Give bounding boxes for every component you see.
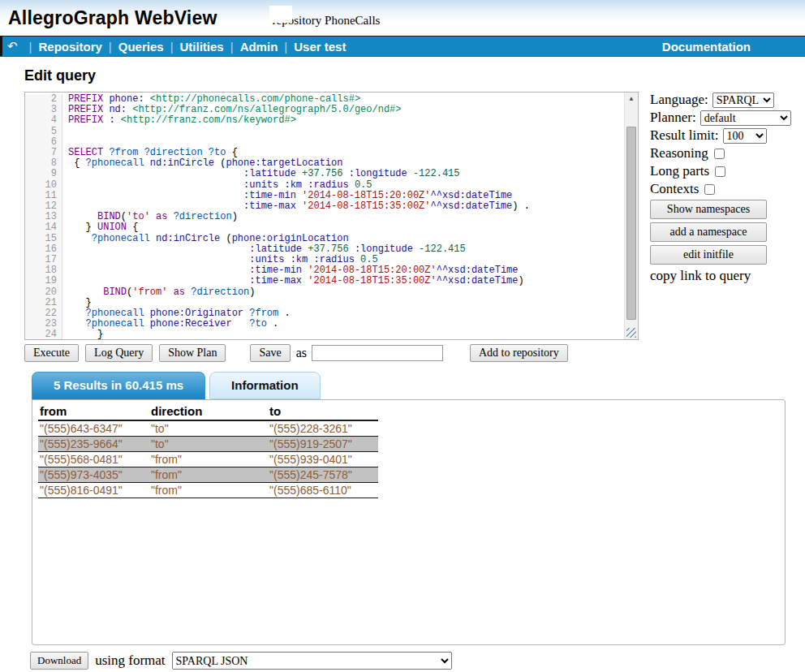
back-arrow-icon[interactable]: ↶ [7, 39, 18, 54]
nav-item-user-test[interactable]: User test [294, 40, 346, 54]
table-cell: "from" [149, 483, 268, 498]
scrollbar-thumb[interactable] [626, 127, 636, 320]
line-number: 21 [25, 298, 62, 308]
results-table: fromdirectionto "(555)643-6347""to""(555… [38, 403, 378, 498]
line-number: 19 [25, 276, 62, 286]
option-label-long-parts: Long parts [650, 163, 709, 179]
line-number: 17 [25, 255, 62, 265]
scrollbar-up-arrow-icon[interactable]: ▲ [625, 93, 638, 105]
editor-line: 5 [25, 127, 638, 137]
execute-button[interactable]: Execute [24, 344, 79, 362]
nav-separator: | [284, 40, 287, 54]
option-checkbox-long-parts[interactable] [715, 166, 725, 177]
show-namespaces-button[interactable]: Show namespaces [650, 200, 767, 219]
table-cell: "(555)973-4035" [38, 467, 149, 483]
app-header: AllegroGraph WebView repository PhoneCal… [0, 0, 805, 36]
planner-label: Planner: [650, 110, 696, 126]
line-number: 18 [25, 265, 62, 276]
nav-item-documentation[interactable]: Documentation [662, 40, 751, 54]
language-select[interactable]: SPARQL [712, 93, 774, 108]
line-number: 14 [25, 222, 62, 233]
query-actions: Execute Log Query Show Plan Save as Add … [24, 344, 639, 362]
download-button[interactable]: Download [30, 652, 88, 670]
format-select[interactable]: SPARQL JSON [172, 652, 452, 670]
result-limit-select[interactable]: 100 [723, 128, 767, 144]
query-editor[interactable]: 2PREFIX phone: <http://phonecalls.com/ph… [24, 92, 639, 340]
query-options-sidebar: Language: SPARQL Planner: default Result… [650, 92, 791, 362]
table-cell: "(555)245-7578" [268, 467, 378, 483]
line-number: 7 [25, 148, 62, 158]
result-limit-label: Result limit: [650, 127, 719, 144]
table-row: "(555)816-0491""from""(555)685-6110" [38, 483, 378, 498]
planner-select[interactable]: default [700, 110, 791, 126]
table-row: "(555)643-6347""to""(555)228-3261" [38, 420, 378, 437]
nav-item-utilities[interactable]: Utilities [180, 40, 224, 54]
nav-left-edge [0, 37, 2, 56]
option-checkbox-reasoning[interactable] [714, 149, 725, 159]
editor-line: 23 ?phonecall phone:Receiver ?to . [25, 319, 638, 330]
table-row: "(555)235-9664""to""(555)919-2507" [38, 437, 378, 452]
save-name-input[interactable] [312, 345, 443, 361]
copy-link-to-query-link[interactable]: copy link to query [650, 268, 791, 284]
save-as-label: as [296, 346, 307, 360]
table-cell: "(555)939-0401" [268, 452, 378, 467]
page-title: Edit query [24, 67, 786, 84]
sidebar-buttons: Show namespacesadd a namespaceedit initf… [650, 200, 791, 265]
resize-grip-icon[interactable] [626, 328, 636, 338]
table-row: "(555)973-4035""from""(555)245-7578" [38, 467, 378, 483]
editor-scrollbar[interactable]: ▲ [624, 93, 638, 339]
editor-line: 24 } [25, 330, 638, 340]
table-cell: "(555)685-6110" [268, 483, 378, 498]
column-header-to: to [268, 403, 378, 420]
header-blank-box [269, 6, 292, 23]
line-number: 2 [25, 94, 62, 105]
nav-items: Repository|Queries|Utilities|Admin|User … [38, 40, 346, 54]
nav-separator: | [230, 40, 234, 54]
line-number: 4 [25, 115, 62, 126]
table-cell: "from" [149, 467, 268, 483]
line-number: 10 [25, 180, 62, 191]
nav-separator: | [29, 40, 32, 54]
add-to-repository-button[interactable]: Add to repository [470, 344, 568, 362]
line-number: 9 [25, 169, 62, 179]
show-plan-button[interactable]: Show Plan [159, 344, 226, 362]
line-number: 5 [25, 127, 62, 137]
column-header-direction: direction [149, 403, 268, 420]
add-a-namespace-button[interactable]: add a namespace [650, 222, 767, 242]
main-nav: ↶ | Repository|Queries|Utilities|Admin|U… [0, 36, 805, 57]
line-number: 16 [25, 244, 62, 255]
option-label-contexts: Contexts [650, 181, 699, 197]
editor-lines: 2PREFIX phone: <http://phonecalls.com/ph… [25, 93, 638, 340]
tab-information[interactable]: Information [209, 372, 321, 399]
download-row: Download using format SPARQL JSON [30, 652, 786, 670]
line-number: 13 [25, 212, 62, 222]
table-row: "(555)568-0481""from""(555)939-0401" [38, 452, 378, 467]
line-number: 3 [25, 105, 62, 115]
edit-initfile-button[interactable]: edit initfile [650, 245, 767, 265]
line-number: 12 [25, 201, 62, 212]
nav-item-queries[interactable]: Queries [118, 40, 164, 54]
editor-line: 4PREFIX : <http://franz.com/ns/keyword#> [25, 115, 638, 126]
nav-item-admin[interactable]: Admin [240, 40, 278, 54]
tab-results[interactable]: 5 Results in 60.415 ms [32, 372, 205, 399]
nav-item-repository[interactable]: Repository [38, 40, 101, 54]
table-cell: "to" [149, 437, 268, 452]
using-format-label: using format [95, 653, 165, 669]
results-panel: fromdirectionto "(555)643-6347""to""(555… [32, 399, 786, 645]
option-checkbox-contexts[interactable] [704, 184, 715, 195]
editor-line: 20 BIND('from' as ?direction) [25, 287, 638, 298]
line-number: 15 [25, 234, 62, 244]
line-number: 24 [25, 330, 62, 340]
app-title: AllegroGraph WebView [8, 7, 217, 29]
line-number: 6 [25, 137, 62, 148]
nav-separator: | [109, 40, 112, 54]
line-number: 20 [25, 287, 62, 298]
table-cell: "(555)919-2507" [268, 437, 378, 452]
table-cell: "from" [149, 452, 268, 467]
log-query-button[interactable]: Log Query [85, 344, 153, 362]
nav-separator: | [170, 40, 174, 54]
table-cell: "to" [149, 420, 268, 437]
language-label: Language: [650, 92, 708, 108]
line-number: 22 [25, 308, 62, 319]
save-button[interactable]: Save [250, 344, 290, 362]
